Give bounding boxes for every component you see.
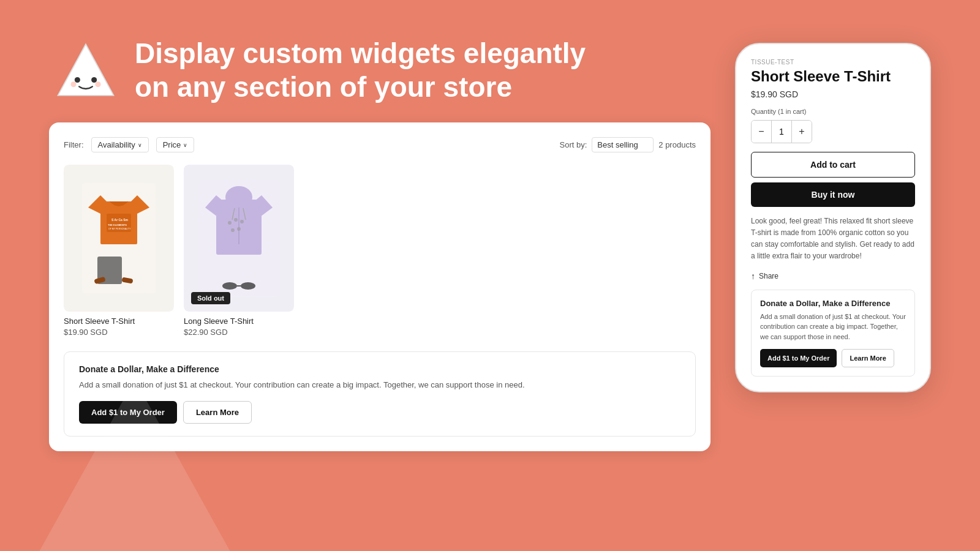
- hoodie-image: [184, 165, 294, 312]
- svg-marker-0: [58, 44, 114, 96]
- svg-point-1: [75, 77, 80, 83]
- chevron-down-icon: ∨: [138, 142, 142, 148]
- svg-point-2: [91, 77, 97, 83]
- svg-point-24: [240, 220, 244, 223]
- quantity-value: 1: [771, 121, 792, 143]
- quantity-stepper: − 1 +: [751, 120, 812, 143]
- product-name-1: Short Sleeve T-Shirt: [64, 317, 174, 326]
- phone-product-title: Short Sleeve T-Shirt: [751, 68, 915, 86]
- hero-title: Display custom widgets elegantly on any …: [135, 37, 586, 104]
- phone-mockup: TISSUE-TEST Short Sleeve T-Shirt $19.90 …: [735, 43, 931, 392]
- svg-point-22: [228, 221, 232, 225]
- product-count: 2 products: [658, 140, 696, 149]
- logo-icon: [49, 40, 123, 101]
- product-image-2: Sold out: [184, 165, 294, 312]
- product-price-1: $19.90 SGD: [64, 328, 174, 337]
- svg-point-4: [95, 81, 100, 87]
- hero-header: Display custom widgets elegantly on any …: [49, 37, 710, 104]
- chevron-down-icon: ∨: [183, 142, 187, 148]
- quantity-decrease-btn[interactable]: −: [752, 121, 771, 143]
- svg-point-29: [222, 282, 237, 290]
- sold-out-badge: Sold out: [191, 292, 230, 304]
- tshirt-image: S Ar Ca Sm THE ELEMENTS OF MY PERSONALIT…: [64, 165, 174, 312]
- phone-donation-widget: Donate a Dollar, Make a Difference Add a…: [751, 290, 915, 377]
- product-price-2: $22.90 SGD: [184, 328, 294, 337]
- share-link[interactable]: ↑ Share: [751, 271, 915, 281]
- price-filter-btn[interactable]: Price ∨: [156, 137, 195, 152]
- quantity-increase-btn[interactable]: +: [792, 121, 812, 143]
- svg-point-26: [231, 228, 235, 232]
- availability-filter-btn[interactable]: Availability ∨: [91, 137, 149, 152]
- filter-label: Filter:: [64, 140, 84, 149]
- filter-left: Filter: Availability ∨ Price ∨: [64, 137, 194, 152]
- buy-now-button[interactable]: Buy it now: [751, 182, 915, 207]
- product-card-1[interactable]: S Ar Ca Sm THE ELEMENTS OF MY PERSONALIT…: [64, 165, 174, 337]
- phone-add-donation-button[interactable]: Add $1 to My Order: [760, 349, 837, 367]
- phone-store-label: TISSUE-TEST: [751, 59, 915, 66]
- svg-point-30: [241, 282, 255, 290]
- svg-text:THE ELEMENTS: THE ELEMENTS: [108, 223, 127, 227]
- svg-point-23: [234, 218, 238, 222]
- donation-title: Donate a Dollar, Make a Difference: [79, 364, 680, 374]
- plus-icon: +: [799, 126, 804, 137]
- tshirt-svg: S Ar Ca Sm THE ELEMENTS OF MY PERSONALIT…: [76, 177, 162, 299]
- phone-donation-title: Donate a Dollar, Make a Difference: [760, 299, 906, 308]
- product-card-2[interactable]: Sold out Long Sleeve T-Shirt $22.90 SGD: [184, 165, 294, 337]
- svg-text:S  Ar Ca Sm: S Ar Ca Sm: [111, 218, 129, 222]
- minus-icon: −: [758, 126, 764, 137]
- hoodie-svg: [196, 177, 282, 299]
- products-grid: S Ar Ca Sm THE ELEMENTS OF MY PERSONALIT…: [64, 165, 696, 337]
- phone-learn-more-button[interactable]: Learn More: [842, 349, 894, 367]
- filter-bar: Filter: Availability ∨ Price ∨ Sort by: …: [64, 137, 696, 152]
- phone-quantity-label: Quantity (1 in cart): [751, 108, 915, 115]
- svg-point-3: [70, 81, 76, 87]
- phone-donation-buttons: Add $1 to My Order Learn More: [760, 349, 906, 367]
- add-to-cart-button[interactable]: Add to cart: [751, 152, 915, 178]
- phone-mockup-container: TISSUE-TEST Short Sleeve T-Shirt $19.90 …: [735, 43, 931, 392]
- phone-donation-text: Add a small donation of just $1 at check…: [760, 312, 906, 342]
- svg-point-25: [237, 227, 241, 231]
- share-icon: ↑: [751, 271, 755, 281]
- phone-description: Look good, feel great! This relaxed fit …: [751, 216, 915, 263]
- product-image-1: S Ar Ca Sm THE ELEMENTS OF MY PERSONALIT…: [64, 165, 174, 312]
- sort-select[interactable]: Best selling: [592, 137, 654, 152]
- product-name-2: Long Sleeve T-Shirt: [184, 317, 294, 326]
- filter-right: Sort by: Best selling 2 products: [560, 137, 696, 152]
- phone-product-price: $19.90 SGD: [751, 89, 915, 99]
- svg-text:OF MY PERSONALITY: OF MY PERSONALITY: [108, 228, 131, 230]
